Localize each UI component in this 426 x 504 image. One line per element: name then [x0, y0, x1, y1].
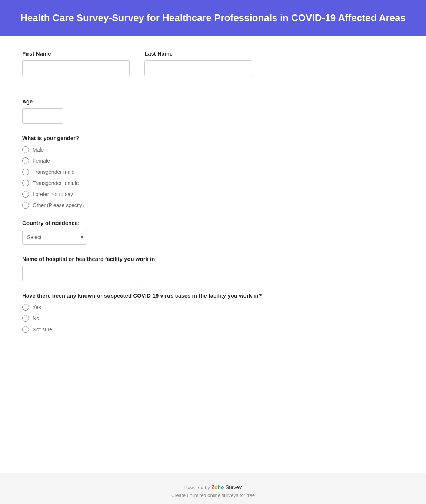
gender-radio-other[interactable]	[22, 202, 29, 209]
gender-option-prefer-not[interactable]: I prefer not to say	[22, 191, 404, 198]
gender-group: What is your gender? Male Female Transge…	[22, 135, 404, 209]
country-group: Country of residence: Select United Stat…	[22, 220, 404, 245]
facility-label: Name of hospital or healthcare facility …	[22, 256, 404, 262]
gender-radio-male[interactable]	[22, 146, 29, 153]
age-input[interactable]	[22, 108, 63, 124]
first-name-input[interactable]	[22, 60, 130, 76]
gender-radio-female[interactable]	[22, 158, 29, 164]
covid-option-not-sure[interactable]: Not sure	[22, 326, 404, 333]
covid-option-yes-label: Yes	[33, 304, 41, 310]
covid-option-yes[interactable]: Yes	[22, 304, 404, 311]
age-label: Age	[22, 98, 404, 105]
facility-group: Name of hospital or healthcare facility …	[22, 256, 404, 281]
gender-radio-prefer-not[interactable]	[22, 191, 29, 198]
zoho-logo: Zoho	[211, 484, 224, 490]
gender-option-female-label: Female	[33, 158, 50, 164]
first-name-label: First Name	[22, 50, 130, 57]
last-name-label: Last Name	[144, 50, 252, 57]
zoho-letter-o2: o	[221, 484, 224, 490]
zoho-letter-o1: o	[214, 484, 218, 490]
gender-option-female[interactable]: Female	[22, 158, 404, 164]
covid-radio-not-sure[interactable]	[22, 326, 29, 333]
country-select[interactable]: Select United States United Kingdom Indi…	[22, 230, 87, 245]
gender-option-trans-male[interactable]: Transgender male	[22, 169, 404, 175]
country-select-wrapper: Select United States United Kingdom Indi…	[22, 230, 87, 245]
survey-title: Health Care Survey-Survey for Healthcare…	[15, 11, 411, 24]
gender-option-prefer-not-label: I prefer not to say	[33, 191, 73, 197]
gender-radio-trans-female[interactable]	[22, 180, 29, 186]
gender-label: What is your gender?	[22, 135, 404, 141]
footer: Powered by Zoho Survey Create unlimited …	[0, 473, 426, 504]
powered-by-text: Powered by	[184, 485, 210, 490]
gender-option-male-label: Male	[33, 147, 44, 153]
covid-group: Have there been any known or suspected C…	[22, 292, 404, 333]
gender-option-other-label: Other (Please specify)	[33, 202, 84, 208]
form-container: First Name Last Name Age What is your ge…	[0, 36, 426, 473]
facility-input[interactable]	[22, 266, 137, 281]
covid-option-not-sure-label: Not sure	[33, 326, 52, 332]
covid-radio-yes[interactable]	[22, 304, 29, 311]
age-group: Age	[22, 98, 404, 124]
gender-radio-trans-male[interactable]	[22, 169, 29, 175]
zoho-letter-h: h	[218, 484, 221, 490]
gender-option-trans-female[interactable]: Transgender female	[22, 180, 404, 186]
last-name-group: Last Name	[144, 50, 252, 76]
covid-option-no-label: No	[33, 315, 39, 321]
gender-option-trans-female-label: Transgender female	[33, 180, 79, 186]
first-name-group: First Name	[22, 50, 130, 76]
zoho-letter-z: Z	[211, 484, 214, 490]
last-name-input[interactable]	[144, 60, 252, 76]
covid-radio-no[interactable]	[22, 315, 29, 322]
covid-option-no[interactable]: No	[22, 315, 404, 322]
covid-label: Have there been any known or suspected C…	[22, 292, 404, 299]
footer-sub-text: Create unlimited online surveys for free	[11, 493, 415, 498]
powered-by-line: Powered by Zoho Survey	[11, 484, 415, 490]
country-label: Country of residence:	[22, 220, 404, 226]
gender-option-trans-male-label: Transgender male	[33, 169, 74, 175]
survey-header: Health Care Survey-Survey for Healthcare…	[0, 0, 426, 36]
survey-label: Survey	[226, 484, 242, 490]
gender-option-other[interactable]: Other (Please specify)	[22, 202, 404, 209]
name-row: First Name Last Name	[22, 50, 404, 87]
gender-option-male[interactable]: Male	[22, 146, 404, 153]
